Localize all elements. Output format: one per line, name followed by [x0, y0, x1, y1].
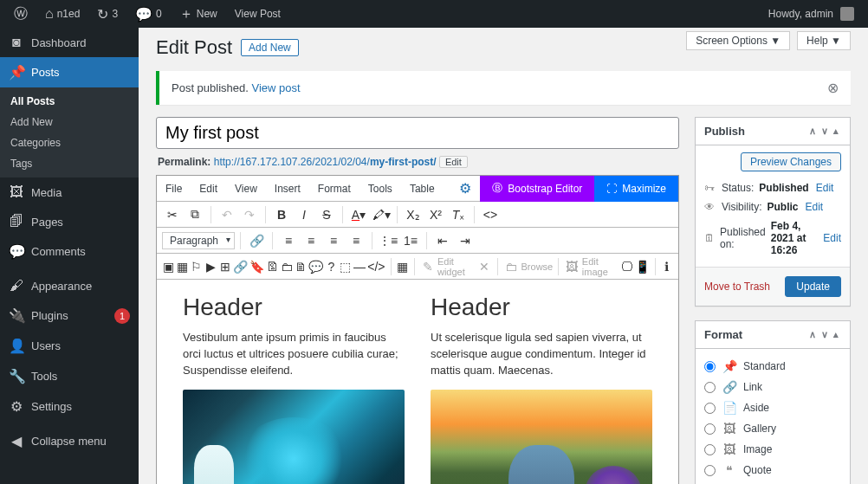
- align-right-icon[interactable]: ≡: [323, 230, 344, 251]
- sidebar-item-tools[interactable]: 🔧Tools: [0, 361, 139, 391]
- insert-widget-icon[interactable]: ▦: [396, 256, 408, 277]
- format-radio[interactable]: [704, 444, 716, 455]
- textcolor-icon[interactable]: A▾: [348, 204, 369, 225]
- align-center-icon[interactable]: ≡: [301, 230, 321, 251]
- undo-icon[interactable]: ↶: [217, 204, 237, 225]
- insert-gallery-icon[interactable]: ▦: [176, 256, 188, 277]
- format-option-quote[interactable]: ❝Quote: [704, 460, 841, 481]
- bgcolor-icon[interactable]: 🖍▾: [371, 204, 392, 225]
- superscript-icon[interactable]: X²: [425, 204, 446, 225]
- sidebar-item-dashboard[interactable]: ◙Dashboard: [0, 28, 139, 57]
- outdent-icon[interactable]: ⇤: [432, 230, 453, 251]
- preview-mobile-icon[interactable]: 📱: [635, 256, 650, 277]
- post-title-input[interactable]: [156, 117, 679, 149]
- menu-file[interactable]: File: [157, 183, 191, 195]
- editor-content[interactable]: Header Vestibulum ante ipsum primis in f…: [157, 280, 678, 484]
- move-up-icon[interactable]: ∧: [806, 126, 819, 137]
- move-up-icon[interactable]: ∧: [806, 329, 819, 340]
- align-justify-icon[interactable]: ≡: [346, 230, 366, 251]
- help-button[interactable]: Help ▼: [797, 31, 851, 50]
- align-left-icon[interactable]: ≡: [278, 230, 299, 251]
- account-link[interactable]: Howdy, admin: [761, 0, 861, 28]
- notice-dismiss-icon[interactable]: ⊗: [827, 80, 839, 96]
- sidebar-item-plugins[interactable]: 🔌Plugins1: [0, 300, 139, 331]
- menu-tools[interactable]: Tools: [360, 183, 401, 195]
- clear-format-icon[interactable]: Tₓ: [448, 204, 469, 225]
- format-radio[interactable]: [704, 382, 716, 393]
- format-option-standard[interactable]: 📌Standard: [704, 356, 841, 377]
- content-image-1[interactable]: [183, 390, 405, 484]
- edit-status-link[interactable]: Edit: [816, 182, 834, 194]
- format-option-gallery[interactable]: 🖼Gallery: [704, 418, 841, 439]
- menu-insert[interactable]: Insert: [266, 183, 309, 195]
- sidebar-item-appearance[interactable]: 🖌Appearance: [0, 271, 139, 300]
- insert-table-icon[interactable]: ⊞: [219, 256, 231, 277]
- new-link[interactable]: ＋New: [172, 0, 224, 28]
- link-icon[interactable]: 🔗: [246, 230, 267, 251]
- menu-format[interactable]: Format: [309, 183, 360, 195]
- sidebar-item-media[interactable]: 🖾Media: [0, 177, 139, 207]
- permalink-url[interactable]: http://167.172.107.26/2021/02/04/my-firs…: [214, 156, 437, 168]
- format-radio[interactable]: [704, 465, 716, 476]
- sidebar-item-pages[interactable]: 🗐Pages: [0, 207, 139, 236]
- format-option-link[interactable]: 🔗Link: [704, 377, 841, 397]
- indent-icon[interactable]: ⇥: [455, 230, 476, 251]
- bootstrap-editor-button[interactable]: ⒷBootstrap Editor: [480, 176, 594, 202]
- sidebar-sub-categories[interactable]: Categories: [0, 132, 139, 153]
- move-down-icon[interactable]: ∨: [819, 329, 831, 340]
- toggle-icon[interactable]: ▴: [831, 329, 841, 340]
- insert-file-icon[interactable]: 🖻: [266, 256, 278, 277]
- list-ol-icon[interactable]: 1≡: [400, 230, 421, 251]
- insert-badge-icon[interactable]: ⬚: [340, 256, 352, 277]
- preview-changes-button[interactable]: Preview Changes: [741, 152, 841, 171]
- add-new-button[interactable]: Add New: [241, 39, 299, 56]
- insert-bookmark-icon[interactable]: 🔖: [249, 256, 264, 277]
- italic-icon[interactable]: I: [294, 204, 314, 225]
- edit-date-link[interactable]: Edit: [823, 232, 841, 244]
- insert-help-icon[interactable]: ?: [325, 256, 337, 277]
- about-icon[interactable]: ℹ: [661, 256, 673, 277]
- list-ul-icon[interactable]: ⋮≡: [378, 230, 398, 251]
- format-option-image[interactable]: 🖼Image: [704, 439, 841, 460]
- site-link[interactable]: ⌂n1ed: [38, 0, 87, 28]
- insert-hr-icon[interactable]: —: [353, 256, 366, 277]
- gear-icon[interactable]: ⚙: [450, 180, 480, 197]
- sidebar-sub-add-new[interactable]: Add New: [0, 112, 139, 132]
- preview-desktop-icon[interactable]: 🖵: [621, 256, 633, 277]
- paragraph-select[interactable]: Paragraph: [162, 232, 235, 249]
- redo-icon[interactable]: ↷: [239, 204, 260, 225]
- toggle-icon[interactable]: ▴: [831, 126, 841, 137]
- subscript-icon[interactable]: X₂: [403, 204, 424, 225]
- format-option-status[interactable]: ●Status: [704, 481, 841, 484]
- sidebar-item-collapse[interactable]: ◀Collapse menu: [0, 426, 139, 456]
- sidebar-sub-tags[interactable]: Tags: [0, 153, 139, 174]
- insert-chat-icon[interactable]: 💬: [308, 256, 323, 277]
- cut-icon[interactable]: ✂: [162, 204, 183, 225]
- move-to-trash-link[interactable]: Move to Trash: [704, 281, 770, 293]
- insert-flag-icon[interactable]: ⚐: [191, 256, 203, 277]
- comments-link[interactable]: 💬0: [128, 0, 169, 28]
- view-post-link[interactable]: View Post: [228, 0, 288, 28]
- format-radio[interactable]: [704, 361, 716, 372]
- insert-image-icon[interactable]: ▣: [162, 256, 174, 277]
- edit-visibility-link[interactable]: Edit: [805, 201, 823, 213]
- format-radio[interactable]: [704, 403, 716, 414]
- code-icon[interactable]: <>: [480, 204, 501, 225]
- insert-video-icon[interactable]: ▶: [204, 256, 217, 277]
- sidebar-item-posts[interactable]: 📌Posts: [0, 57, 139, 87]
- format-radio[interactable]: [704, 423, 716, 435]
- menu-table[interactable]: Table: [401, 183, 444, 195]
- move-down-icon[interactable]: ∨: [819, 126, 831, 137]
- wp-logo[interactable]: ⓦ: [7, 0, 35, 28]
- update-button[interactable]: Update: [785, 276, 841, 297]
- screen-options-button[interactable]: Screen Options ▼: [686, 31, 790, 50]
- insert-html-icon[interactable]: </>: [367, 256, 385, 277]
- content-image-2[interactable]: [431, 390, 652, 484]
- insert-link2-icon[interactable]: 🔗: [233, 256, 248, 277]
- strike-icon[interactable]: S: [316, 204, 337, 225]
- menu-edit[interactable]: Edit: [191, 183, 226, 195]
- permalink-edit-button[interactable]: Edit: [439, 156, 468, 168]
- format-option-aside[interactable]: 📄Aside: [704, 397, 841, 418]
- notice-view-link[interactable]: View post: [252, 81, 301, 94]
- sidebar-item-comments[interactable]: 💬Comments: [0, 236, 139, 267]
